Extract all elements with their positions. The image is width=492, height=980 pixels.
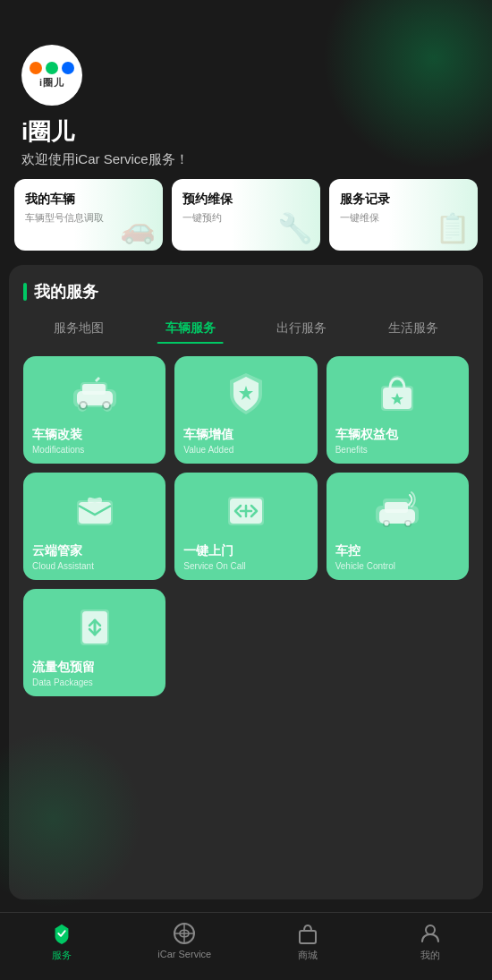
modifications-icon (70, 370, 120, 420)
shop-nav-icon (296, 922, 319, 945)
value-added-en: Value Added (183, 445, 308, 455)
service-on-call-cn: 一键上门 (183, 543, 308, 559)
value-added-icon-area (183, 369, 308, 420)
benefits-labels: 车辆权益包 Benefits (335, 427, 460, 455)
service-grid: 车辆改装 Modifications 车 (23, 356, 469, 580)
tabs: 服务地图 车辆服务 出行服务 生活服务 (23, 315, 469, 342)
tab-life-service[interactable]: 生活服务 (358, 315, 470, 342)
nav-item-icar[interactable]: iCar Service (123, 922, 247, 962)
service-on-call-labels: 一键上门 Service On Call (183, 543, 308, 571)
logo-dot-green (46, 62, 58, 74)
logo-area: i圈儿 (21, 45, 471, 106)
nav-label-icar: iCar Service (157, 949, 211, 959)
modifications-icon-area (32, 369, 157, 420)
section-title: 我的服务 (34, 281, 98, 303)
service-card-modifications[interactable]: 车辆改装 Modifications (23, 356, 165, 464)
cloud-assistant-en: Cloud Assistant (32, 561, 157, 571)
data-packages-icon (70, 602, 120, 652)
value-added-cn: 车辆增值 (183, 427, 308, 443)
benefits-cn: 车辆权益包 (335, 427, 460, 443)
quick-card-records-title: 服务记录 (340, 192, 467, 208)
quick-card-vehicle[interactable]: 我的车辆 车辆型号信息调取 🚗 (14, 179, 163, 251)
modifications-labels: 车辆改装 Modifications (32, 427, 157, 455)
data-packages-en: Data Packages (32, 677, 157, 687)
services-nav-icon (50, 922, 73, 945)
quick-card-maintenance[interactable]: 预约维保 一键预约 🔧 (172, 179, 320, 251)
vehicle-control-en: Vehicle Control (335, 561, 460, 571)
cloud-assistant-icon-area (32, 485, 157, 536)
svg-point-35 (426, 925, 435, 934)
logo-dot-orange (30, 62, 42, 74)
app-logo: i圈儿 (21, 45, 82, 106)
service-card-vehicle-control[interactable]: 车控 Vehicle Control (327, 473, 469, 580)
modifications-en: Modifications (32, 445, 157, 455)
svg-point-8 (81, 403, 86, 408)
service-card-service-on-call[interactable]: 一键上门 Service On Call (174, 473, 317, 580)
tab-service-map[interactable]: 服务地图 (23, 315, 135, 342)
cloud-assistant-cn: 云端管家 (32, 543, 157, 559)
service-card-cloud-assistant[interactable]: 云端管家 Cloud Assistant (23, 473, 165, 580)
modifications-cn: 车辆改装 (32, 427, 157, 443)
benefits-icon (372, 370, 422, 420)
vehicle-control-labels: 车控 Vehicle Control (335, 543, 460, 571)
section-bar (23, 283, 27, 301)
tab-travel-service[interactable]: 出行服务 (246, 315, 358, 342)
data-packages-icon-area (32, 601, 157, 652)
svg-point-26 (385, 521, 389, 525)
records-icon: 📋 (435, 211, 471, 245)
svg-rect-23 (385, 502, 408, 513)
app-title: i圈儿 (21, 116, 471, 148)
quick-actions: 我的车辆 车辆型号信息调取 🚗 预约维保 一键预约 🔧 服务记录 一键维保 📋 (0, 179, 492, 251)
nav-label-shop: 商城 (298, 949, 318, 962)
header: i圈儿 i圈儿 欢迎使用iCar Service服务！ (0, 0, 492, 179)
nav-item-services[interactable]: 服务 (0, 922, 123, 962)
vehicle-control-cn: 车控 (335, 543, 460, 559)
benefits-en: Benefits (335, 445, 460, 455)
nav-item-profile[interactable]: 我的 (369, 922, 493, 962)
svg-point-28 (408, 503, 411, 506)
svg-point-9 (104, 403, 109, 408)
service-on-call-en: Service On Call (183, 561, 308, 571)
service-card-value-added[interactable]: 车辆增值 Value Added (174, 356, 317, 464)
cloud-assistant-labels: 云端管家 Cloud Assistant (32, 543, 157, 571)
quick-card-maintenance-title: 预约维保 (182, 192, 310, 208)
vehicle-control-icon-area (335, 485, 460, 536)
service-on-call-icon (221, 486, 271, 536)
services-section: 我的服务 服务地图 车辆服务 出行服务 生活服务 (9, 265, 483, 899)
data-packages-row: 流量包预留 Data Packages (23, 589, 469, 696)
vehicle-control-icon (372, 486, 422, 536)
svg-rect-15 (79, 502, 111, 524)
value-added-icon (221, 370, 271, 420)
nav-item-shop[interactable]: 商城 (246, 922, 369, 962)
svg-rect-34 (300, 931, 316, 943)
service-card-benefits[interactable]: 车辆权益包 Benefits (327, 356, 469, 464)
nav-label-services: 服务 (52, 949, 72, 962)
app-subtitle: 欢迎使用iCar Service服务！ (21, 151, 471, 168)
logo-dot-blue (62, 62, 74, 74)
data-packages-labels: 流量包预留 Data Packages (32, 660, 157, 687)
quick-card-records[interactable]: 服务记录 一键维保 📋 (329, 179, 478, 251)
benefits-icon-area (335, 369, 460, 420)
maintenance-icon: 🔧 (277, 211, 313, 245)
quick-card-vehicle-title: 我的车辆 (25, 192, 152, 208)
service-card-data-packages[interactable]: 流量包预留 Data Packages (23, 589, 165, 696)
service-on-call-icon-area (183, 485, 308, 536)
section-header: 我的服务 (23, 281, 469, 303)
data-packages-cn: 流量包预留 (32, 660, 157, 676)
nav-label-profile: 我的 (420, 949, 440, 962)
logo-text: i圈儿 (39, 76, 64, 89)
page-wrapper: i圈儿 i圈儿 欢迎使用iCar Service服务！ 我的车辆 车辆型号信息调… (0, 0, 492, 980)
svg-point-27 (406, 521, 411, 525)
tab-vehicle-service[interactable]: 车辆服务 (135, 315, 247, 342)
profile-nav-icon (419, 922, 442, 945)
value-added-labels: 车辆增值 Value Added (183, 427, 308, 455)
svg-rect-5 (82, 384, 106, 395)
icar-nav-icon (173, 922, 196, 945)
bottom-nav: 服务 iCar Service 商城 (0, 912, 492, 980)
vehicle-icon: 🚗 (120, 211, 156, 245)
cloud-assistant-icon (70, 486, 120, 536)
